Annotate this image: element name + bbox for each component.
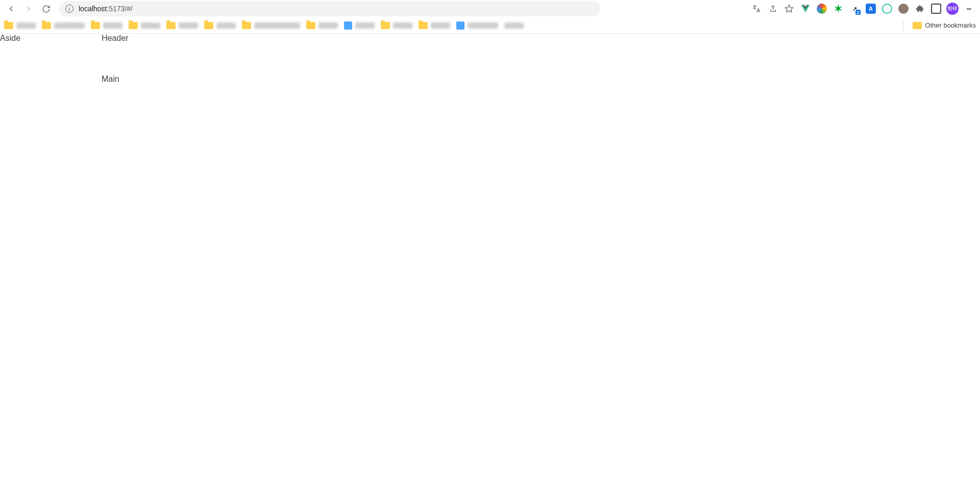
bookmark-folder[interactable] bbox=[91, 22, 122, 29]
bookmark-label bbox=[504, 22, 524, 29]
folder-icon bbox=[242, 22, 251, 29]
bookmark-folder[interactable] bbox=[42, 22, 85, 29]
bookmark-item[interactable] bbox=[504, 22, 524, 29]
other-bookmarks-label: Other bookmarks bbox=[925, 21, 976, 29]
bookmarks-divider bbox=[903, 20, 903, 31]
toolbar-right-icons: ✶ ↗ A 智祥 bbox=[749, 2, 976, 16]
site-icon bbox=[456, 21, 464, 30]
url-path: 5173/#/ bbox=[109, 5, 133, 13]
share-icon[interactable] bbox=[766, 2, 780, 16]
main-label: Main bbox=[102, 75, 980, 84]
folder-icon bbox=[913, 22, 922, 29]
bookmark-folder[interactable] bbox=[166, 22, 198, 29]
avatar-text: 智祥 bbox=[946, 3, 959, 15]
bookmark-label bbox=[216, 22, 236, 29]
bookmark-label bbox=[141, 22, 160, 29]
bookmark-label bbox=[54, 22, 85, 29]
app-aside: Aside bbox=[0, 34, 102, 501]
url-text: localhost:5173/#/ bbox=[79, 5, 133, 13]
bookmarks-bar: Other bookmarks bbox=[0, 17, 980, 34]
app-content: Header Main bbox=[102, 34, 980, 501]
folder-icon bbox=[42, 22, 51, 29]
bookmark-folder[interactable] bbox=[4, 22, 36, 29]
aside-label: Aside bbox=[0, 34, 102, 43]
bookmark-folder[interactable] bbox=[204, 22, 236, 29]
translate-icon[interactable] bbox=[749, 2, 764, 16]
extensions-puzzle-icon[interactable] bbox=[913, 2, 927, 16]
bookmark-folder[interactable] bbox=[306, 22, 338, 29]
extension-color-icon[interactable] bbox=[815, 2, 829, 16]
bookmark-label bbox=[16, 22, 36, 29]
extension-dot-icon[interactable] bbox=[896, 2, 911, 16]
bookmark-label bbox=[318, 22, 338, 29]
bookmark-item[interactable] bbox=[456, 21, 498, 30]
site-icon bbox=[344, 21, 352, 30]
extension-graph-icon[interactable]: ↗ bbox=[847, 2, 862, 16]
bookmark-label bbox=[468, 22, 498, 29]
other-bookmarks[interactable]: Other bookmarks bbox=[913, 21, 976, 29]
bookmark-item[interactable] bbox=[344, 21, 375, 30]
folder-icon bbox=[381, 22, 390, 29]
header-label: Header bbox=[102, 34, 980, 43]
address-bar[interactable]: i localhost:5173/#/ bbox=[59, 1, 600, 16]
folder-icon bbox=[204, 22, 213, 29]
extension-a-icon[interactable]: A bbox=[864, 2, 878, 16]
chrome-menu-icon[interactable] bbox=[962, 2, 976, 16]
folder-icon bbox=[419, 22, 428, 29]
reload-button[interactable] bbox=[39, 2, 53, 16]
bookmark-star-icon[interactable] bbox=[782, 2, 796, 16]
bookmark-folder[interactable] bbox=[129, 22, 160, 29]
folder-icon bbox=[306, 22, 315, 29]
bookmark-label bbox=[431, 22, 450, 29]
svg-marker-0 bbox=[786, 5, 793, 12]
site-info-icon[interactable]: i bbox=[65, 5, 74, 13]
back-button[interactable] bbox=[4, 2, 18, 16]
bookmark-folder[interactable] bbox=[242, 22, 300, 29]
side-panel-icon[interactable] bbox=[929, 2, 943, 16]
browser-toolbar: i localhost:5173/#/ ✶ ↗ A 智祥 bbox=[0, 0, 980, 17]
profile-avatar[interactable]: 智祥 bbox=[945, 2, 960, 16]
app-root: Aside Header Main bbox=[0, 34, 980, 501]
bookmark-label bbox=[103, 22, 122, 29]
bookmark-label bbox=[179, 22, 198, 29]
extension-circle-icon[interactable] bbox=[880, 2, 894, 16]
folder-icon bbox=[4, 22, 13, 29]
extension-vue-icon[interactable] bbox=[798, 2, 813, 16]
bookmark-folder[interactable] bbox=[419, 22, 450, 29]
folder-icon bbox=[91, 22, 100, 29]
url-host: localhost: bbox=[79, 5, 109, 13]
bookmark-label bbox=[393, 22, 412, 29]
bookmark-folder[interactable] bbox=[381, 22, 412, 29]
bookmark-label bbox=[355, 22, 375, 29]
folder-icon bbox=[166, 22, 176, 29]
forward-button[interactable] bbox=[21, 2, 36, 16]
bookmark-label bbox=[254, 22, 300, 29]
folder-icon bbox=[129, 22, 138, 29]
extension-evernote-icon[interactable]: ✶ bbox=[831, 2, 845, 16]
